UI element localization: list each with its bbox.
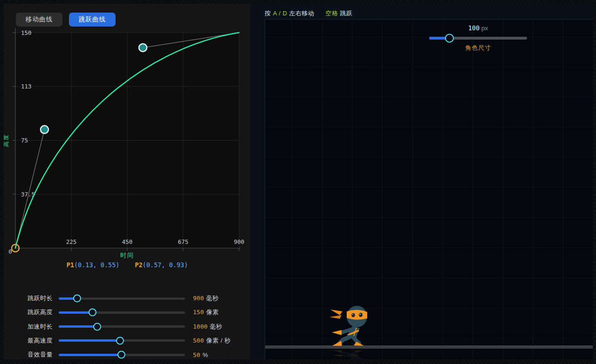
slider-thumb[interactable]	[73, 295, 81, 303]
slider-value-number: 500	[193, 337, 204, 344]
curve-editor-panel: 移动曲线 跳跃曲线 22545067590037.5751131500高度时间 …	[4, 4, 250, 359]
slider-label: 跳跃高度	[27, 308, 54, 317]
slider-row: 音效音量50%	[27, 350, 250, 359]
p2-readout: P2(0.57, 0.93)	[135, 261, 188, 269]
p2-value: (0.57, 0.93)	[143, 261, 188, 269]
y-axis-title: 高度	[4, 134, 9, 147]
p1-value: (0.13, 0.55)	[74, 261, 120, 269]
slider-track[interactable]	[59, 297, 185, 300]
slider-value: 1000毫秒	[193, 323, 222, 331]
bezier-curve-editor: 22545067590037.5751131500高度时间	[4, 4, 250, 283]
slider-track[interactable]	[59, 339, 185, 342]
slider-track[interactable]	[59, 311, 185, 314]
hint-move-keys: A / D	[273, 10, 288, 17]
slider-value-number: 50	[193, 351, 200, 358]
slider-value: 150像素	[193, 308, 219, 317]
slider-row: 最高速度500像素 / 秒	[27, 336, 250, 346]
slider-value-unit: 像素	[206, 309, 219, 316]
y-tick-label: 75	[21, 137, 28, 144]
game-panel: 按 A / D 左右移动 空格 跳跃 100px 角色尺寸	[250, 4, 593, 359]
control-point-p1[interactable]	[41, 126, 48, 134]
size-value: 100	[468, 24, 480, 32]
hint-jump: 空格 跳跃	[325, 9, 352, 18]
slider-value-number: 150	[193, 309, 204, 316]
slider-label: 加速时长	[27, 323, 54, 331]
y-tick-label: 150	[21, 29, 32, 36]
slider-fill	[59, 339, 120, 342]
slider-value-unit: 毫秒	[206, 295, 219, 302]
slider-value: 50%	[193, 351, 208, 358]
slider-value-unit: 毫秒	[210, 323, 222, 330]
slider-thumb[interactable]	[117, 351, 125, 359]
hint-move: 按 A / D 左右移动	[265, 9, 314, 18]
slider-fill	[59, 311, 92, 314]
y-tick-label: 113	[21, 83, 32, 90]
character-size-slider[interactable]	[429, 37, 527, 40]
slider-label: 最高速度	[27, 337, 54, 345]
x-tick-label: 225	[66, 238, 77, 245]
slider-label: 跳跃时长	[27, 294, 54, 303]
slider-label: 音效音量	[27, 351, 54, 359]
slider-thumb[interactable]	[93, 323, 101, 330]
slider-thumb[interactable]	[89, 309, 96, 317]
size-value-row: 100px	[429, 24, 527, 32]
slider-thumb[interactable]	[445, 34, 454, 43]
x-axis-title: 时间	[120, 252, 134, 259]
p2-label: P2	[135, 261, 143, 269]
slider-value-number: 1000	[193, 323, 207, 330]
slider-value-number: 900	[193, 295, 204, 302]
app-screen: 移动曲线 跳跃曲线 22545067590037.5751131500高度时间 …	[0, 0, 596, 364]
size-unit: px	[481, 25, 488, 32]
p1-label: P1	[67, 261, 74, 269]
slider-value-unit: 像素 / 秒	[206, 337, 231, 344]
ground	[265, 345, 593, 349]
slider-value-unit: %	[203, 351, 208, 358]
slider-fill	[59, 325, 97, 328]
slider-thumb[interactable]	[116, 337, 124, 344]
slider-row: 加速时长1000毫秒	[27, 322, 250, 332]
controls-hint: 按 A / D 左右移动 空格 跳跃	[265, 9, 353, 18]
slider-row: 跳跃高度150像素	[27, 307, 250, 317]
size-label: 角色尺寸	[429, 44, 527, 52]
slider-value: 500像素 / 秒	[193, 337, 231, 345]
settings-sliders: 跳跃时长900毫秒跳跃高度150像素加速时长1000毫秒最高速度500像素 / …	[27, 293, 250, 359]
slider-track[interactable]	[59, 325, 185, 328]
x-tick-label: 675	[178, 238, 189, 245]
slider-row: 跳跃时长900毫秒	[27, 293, 250, 303]
game-area: 100px 角色尺寸	[265, 19, 593, 359]
x-tick-label: 900	[234, 238, 245, 245]
control-point-p2[interactable]	[139, 44, 147, 52]
bezier-readout: P1(0.13, 0.55) P2(0.57, 0.93)	[15, 261, 239, 269]
p1-readout: P1(0.13, 0.55)	[67, 261, 120, 269]
hint-jump-key: 空格	[325, 10, 338, 17]
slider-track[interactable]	[59, 354, 185, 356]
character-size-control: 100px 角色尺寸	[429, 24, 527, 52]
slider-fill	[59, 354, 121, 356]
slider-value: 900毫秒	[193, 294, 219, 303]
ninja-reflection	[326, 350, 372, 359]
ninja-character	[326, 305, 372, 347]
x-tick-label: 450	[122, 238, 133, 245]
